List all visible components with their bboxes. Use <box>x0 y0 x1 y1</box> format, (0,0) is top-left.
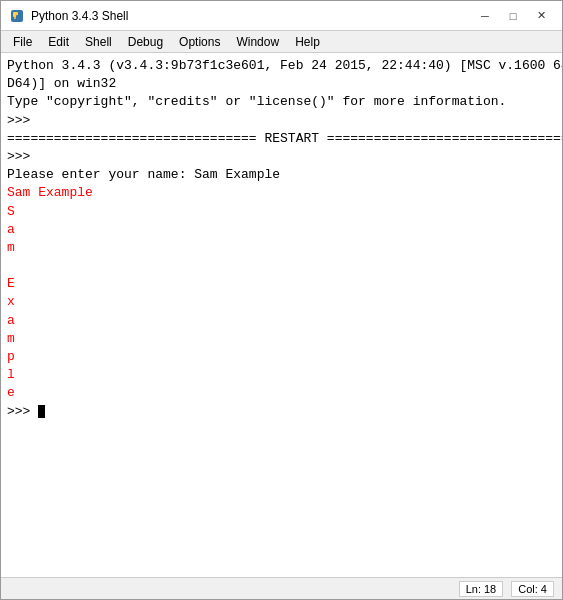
line-10: m <box>7 239 556 257</box>
line-4: >>> <box>7 112 556 130</box>
line-12: E <box>7 275 556 293</box>
col-number: Col: 4 <box>511 581 554 597</box>
python-icon <box>9 8 25 24</box>
menu-shell[interactable]: Shell <box>77 33 120 51</box>
minimize-button[interactable]: ─ <box>472 6 498 26</box>
line-3: Type "copyright", "credits" or "license(… <box>7 93 556 111</box>
line-2: D64)] on win32 <box>7 75 556 93</box>
line-15: m <box>7 330 556 348</box>
line-1: Python 3.4.3 (v3.4.3:9b73f1c3e601, Feb 2… <box>7 57 556 75</box>
line-9: a <box>7 221 556 239</box>
line-13: x <box>7 293 556 311</box>
window-title: Python 3.4.3 Shell <box>31 9 128 23</box>
line-8: S <box>7 203 556 221</box>
line-17: l <box>7 366 556 384</box>
menu-file[interactable]: File <box>5 33 40 51</box>
svg-point-4 <box>18 13 20 15</box>
line-6: Please enter your name: Sam Example <box>7 166 556 184</box>
line-16: p <box>7 348 556 366</box>
shell-output[interactable]: Python 3.4.3 (v3.4.3:9b73f1c3e601, Feb 2… <box>1 53 562 577</box>
menu-debug[interactable]: Debug <box>120 33 171 51</box>
main-window: Python 3.4.3 Shell ─ □ ✕ File Edit Shell… <box>0 0 563 600</box>
line-number: Ln: 18 <box>459 581 504 597</box>
line-11 <box>7 257 556 275</box>
maximize-button[interactable]: □ <box>500 6 526 26</box>
title-bar-left: Python 3.4.3 Shell <box>9 8 128 24</box>
line-18: e <box>7 384 556 402</box>
svg-point-3 <box>14 17 16 19</box>
menu-bar: File Edit Shell Debug Options Window Hel… <box>1 31 562 53</box>
menu-window[interactable]: Window <box>228 33 287 51</box>
window-controls: ─ □ ✕ <box>472 6 554 26</box>
line-14: a <box>7 312 556 330</box>
cursor <box>38 405 45 418</box>
line-prompt[interactable]: >>> <box>7 403 556 421</box>
menu-edit[interactable]: Edit <box>40 33 77 51</box>
menu-options[interactable]: Options <box>171 33 228 51</box>
close-button[interactable]: ✕ <box>528 6 554 26</box>
menu-help[interactable]: Help <box>287 33 328 51</box>
svg-rect-2 <box>16 15 21 20</box>
status-bar: Ln: 18 Col: 4 <box>1 577 562 599</box>
line-5: >>> <box>7 148 556 166</box>
line-7: Sam Example <box>7 184 556 202</box>
title-bar: Python 3.4.3 Shell ─ □ ✕ <box>1 1 562 31</box>
line-restart: ================================ RESTART… <box>7 130 556 148</box>
